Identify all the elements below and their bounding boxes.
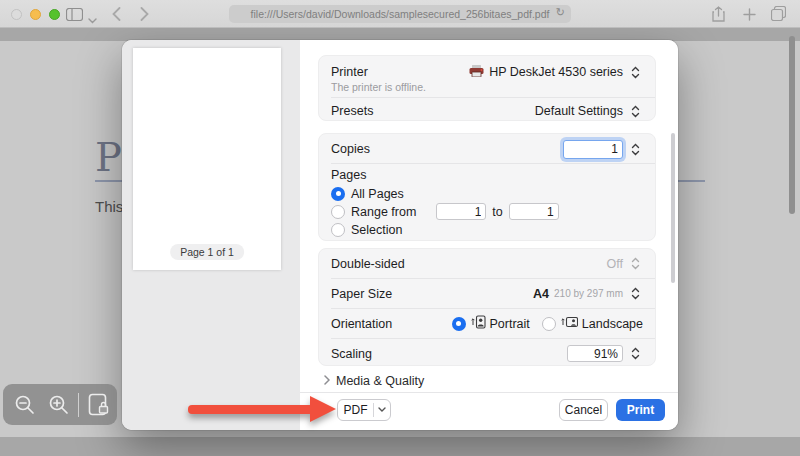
safari-window: file:///Users/david/Downloads/samplesecu… [0, 0, 800, 456]
presets-value: Default Settings [535, 104, 623, 118]
print-button[interactable]: Print [616, 399, 665, 421]
copies-row: Copies [319, 135, 655, 163]
orientation-label: Orientation [331, 317, 392, 331]
zoom-in-icon[interactable] [47, 393, 71, 417]
pdf-heading-fragment: P [95, 134, 122, 180]
media-quality-label: Media & Quality [336, 374, 424, 388]
selection-label: Selection [351, 223, 402, 237]
new-tab-icon[interactable] [743, 7, 756, 25]
chevron-down-icon [374, 407, 390, 413]
paper-size-select[interactable]: A4 210 by 297 mm [533, 285, 643, 302]
presets-row: Presets Default Settings [319, 98, 655, 121]
viewer-bottom-band [0, 437, 800, 456]
radio-selected-icon[interactable] [452, 317, 466, 331]
portrait-option[interactable]: Portrait [452, 315, 530, 333]
landscape-label: Landscape [582, 317, 643, 331]
toolbar-divider [78, 393, 79, 417]
annotation-arrow-icon [188, 396, 336, 423]
pdf-body-fragment: This [95, 198, 123, 215]
portrait-label: Portrait [490, 317, 530, 331]
sidebar-icon[interactable] [66, 7, 83, 25]
pdf-button-label: PDF [338, 403, 373, 417]
scaling-stepper[interactable] [628, 345, 643, 362]
all-pages-option[interactable]: All Pages [319, 185, 655, 202]
copies-stepper[interactable] [628, 141, 643, 158]
media-quality-disclosure[interactable]: Media & Quality [324, 374, 424, 388]
footer-divider [300, 392, 678, 393]
cancel-button[interactable]: Cancel [559, 399, 608, 421]
range-option[interactable]: Range from to [319, 203, 655, 220]
forward-icon[interactable] [140, 7, 149, 25]
printer-icon [469, 63, 484, 81]
scaling-row: Scaling [319, 339, 655, 366]
back-icon[interactable] [112, 7, 121, 25]
stepper-icon [628, 103, 643, 120]
pdf-zoom-toolbar [3, 384, 117, 425]
selection-hint: Select pages from the sidebar [319, 239, 655, 241]
dialog-scrollbar[interactable] [671, 133, 675, 283]
tab-overview-icon[interactable] [771, 6, 786, 25]
copies-input[interactable] [563, 140, 623, 159]
portrait-icon [470, 315, 486, 333]
page-scrollbar[interactable] [789, 36, 795, 214]
paper-size-label: Paper Size [331, 287, 392, 301]
open-in-preview-icon[interactable] [86, 392, 112, 418]
minimize-window-button[interactable] [30, 9, 41, 20]
orientation-row: Orientation Portrait [319, 309, 655, 338]
stepper-icon [628, 64, 643, 81]
range-to-input[interactable] [509, 203, 559, 220]
zoom-window-button[interactable] [49, 9, 60, 20]
scaling-input[interactable] [567, 345, 623, 362]
double-sided-label: Double-sided [331, 257, 405, 271]
radio-icon[interactable] [331, 205, 345, 219]
radio-selected-icon[interactable] [331, 187, 345, 201]
address-bar[interactable]: file:///Users/david/Downloads/samplesecu… [229, 5, 571, 23]
printer-select[interactable]: HP DeskJet 4530 series [469, 63, 643, 81]
chevron-down-icon[interactable] [88, 10, 97, 28]
presets-label: Presets [331, 104, 373, 118]
presets-select[interactable]: Default Settings [535, 103, 643, 120]
printer-presets-group: Printer HP DeskJet 4530 series The print… [318, 55, 656, 121]
page-indicator: Page 1 of 1 [170, 244, 244, 260]
printer-label: Printer [331, 65, 368, 79]
browser-toolbar: file:///Users/david/Downloads/samplesecu… [0, 0, 800, 28]
selection-option[interactable]: Selection [319, 221, 655, 238]
paper-size-value: A4 [533, 287, 549, 301]
print-settings-pane: Printer HP DeskJet 4530 series The print… [300, 40, 678, 430]
stepper-icon [628, 285, 643, 302]
share-icon[interactable] [712, 6, 725, 26]
radio-icon[interactable] [331, 223, 345, 237]
layout-group: Double-sided Off Paper Size A4 210 by 29… [318, 248, 656, 366]
landscape-option[interactable]: Landscape [542, 315, 643, 333]
preview-page-thumbnail: Page 1 of 1 [133, 48, 281, 270]
pages-label: Pages [319, 164, 655, 185]
close-window-button[interactable] [11, 9, 22, 20]
chevron-right-icon [324, 374, 330, 388]
paper-size-detail: 210 by 297 mm [554, 288, 623, 299]
radio-icon[interactable] [542, 317, 556, 331]
paper-size-row: Paper Size A4 210 by 297 mm [319, 279, 655, 308]
print-dialog: Page 1 of 1 Printer HP DeskJet 4530 seri… [122, 40, 678, 430]
zoom-out-icon[interactable] [13, 393, 37, 417]
print-preview-pane: Page 1 of 1 [122, 40, 300, 430]
scaling-label: Scaling [331, 347, 372, 361]
range-from-input[interactable] [436, 203, 486, 220]
range-from-label: Range from [351, 205, 416, 219]
copies-label: Copies [331, 142, 370, 156]
all-pages-label: All Pages [351, 187, 404, 201]
printer-status: The printer is offline. [319, 81, 655, 93]
stepper-icon [628, 255, 643, 272]
copies-pages-group: Copies Pages All Pages Range [318, 133, 656, 241]
pdf-dropdown-button[interactable]: PDF [337, 399, 391, 421]
printer-value: HP DeskJet 4530 series [489, 65, 623, 79]
reload-icon[interactable]: ↻ [556, 6, 565, 19]
double-sided-row: Double-sided Off [319, 249, 655, 278]
range-to-label: to [492, 205, 502, 219]
landscape-icon [560, 315, 578, 333]
url-text: file:///Users/david/Downloads/samplesecu… [251, 8, 550, 20]
window-controls [11, 9, 60, 20]
double-sided-value: Off [607, 257, 623, 271]
